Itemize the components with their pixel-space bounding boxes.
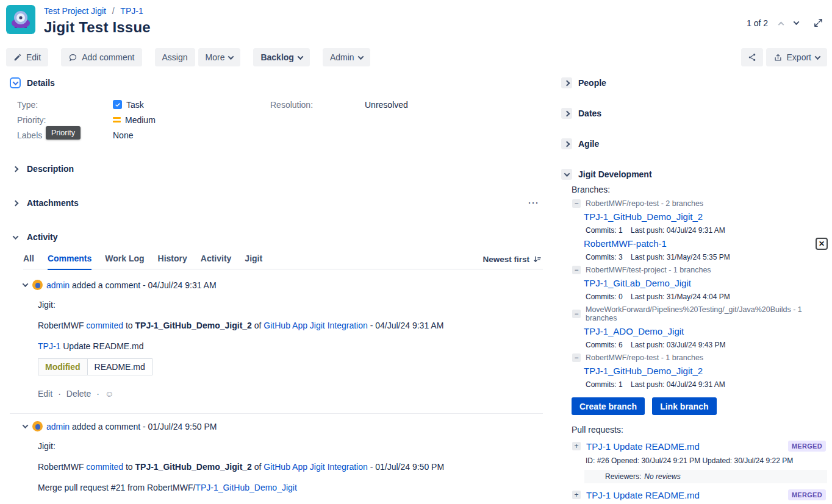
commit-repo-link[interactable]: GitHub App Jigit Integration: [264, 462, 367, 472]
activity-collapse-button[interactable]: [10, 232, 21, 243]
tab-work-log[interactable]: Work Log: [105, 254, 144, 269]
breadcrumb-separator: /: [112, 6, 115, 16]
chevron-down-icon: [23, 422, 29, 428]
repo-group-header: − RobertMWF/repo-test - 2 branches: [572, 199, 827, 208]
branch-meta: Commits: 3 Last push: 31/May/24 5:35 PM: [586, 253, 827, 261]
commit-repo-link[interactable]: GitHub App Jigit Integration: [264, 321, 367, 330]
more-button-label: More: [206, 52, 225, 62]
details-fields: Type: Task Priority: Medium: [10, 97, 543, 143]
dates-expand-button[interactable]: [561, 108, 572, 119]
merge-line: Merge pull request #21 from RobertMWF/TP…: [38, 481, 543, 494]
chevron-right-icon: [564, 141, 570, 147]
pager-next-button[interactable]: [794, 21, 798, 25]
sort-order-button[interactable]: Newest first: [482, 255, 542, 269]
branch-link[interactable]: TPJ-1_GitHub_Demo_Jigit_2: [584, 211, 827, 222]
attachments-more-options-button[interactable]: ⋯: [528, 196, 539, 210]
comment-collapse-button[interactable]: [23, 424, 27, 428]
more-button[interactable]: More: [198, 48, 241, 66]
branch-last-push: Last push: 04/Jul/24 9:31 AM: [631, 226, 725, 235]
branch-buttons: Create branch Link branch: [572, 397, 827, 415]
add-comment-button-label: Add comment: [82, 52, 134, 62]
branch-link[interactable]: RobertMWF-patch-1: [584, 238, 827, 249]
link-branch-button[interactable]: Link branch: [652, 397, 716, 415]
priority-value: Medium: [113, 115, 156, 125]
tab-comments[interactable]: Comments: [48, 254, 91, 270]
issue-key-link[interactable]: TPJ-1: [38, 341, 60, 351]
branch-link[interactable]: TPJ-1_ADO_Demo_Jigit: [584, 326, 827, 336]
breadcrumb-issue-key-link[interactable]: TPJ-1: [120, 6, 143, 16]
toolbar: Edit Add comment Assign More Backlog Adm…: [0, 36, 832, 66]
status-dropdown-button[interactable]: Backlog: [253, 48, 309, 66]
repo-group-label: MoveWorkForward/Pipelines%20Testing/_git…: [586, 305, 827, 322]
collapse-minus-button[interactable]: −: [572, 353, 581, 362]
comment-item: admin added a comment - 01/Jul/24 9:50 P…: [10, 414, 543, 504]
collapse-minus-button[interactable]: −: [572, 310, 581, 318]
collapse-minus-button[interactable]: −: [572, 199, 581, 208]
agile-expand-button[interactable]: [561, 138, 572, 149]
comment-edit-button[interactable]: Edit: [38, 389, 52, 399]
pull-request-link[interactable]: TPJ-1 Update README.md: [586, 490, 700, 500]
edit-button-label: Edit: [26, 52, 41, 62]
comment-collapse-button[interactable]: [23, 283, 27, 287]
minus-icon: −: [574, 266, 578, 274]
tab-jigit[interactable]: Jigit: [245, 254, 262, 269]
comment-header-text: admin added a comment - 01/Jul/24 9:50 P…: [46, 422, 217, 431]
branch-link[interactable]: TPJ-1_GitHub_Demo_Jigit_2: [584, 366, 827, 376]
people-section-header: People: [561, 77, 827, 88]
close-panel-button[interactable]: ✕: [816, 238, 828, 250]
merge-branch-link[interactable]: TPJ-1_GitHub_Demo_Jigit: [195, 483, 297, 492]
branch-last-push: Last push: 31/May/24 5:35 PM: [631, 253, 730, 261]
separator-dot: ·: [58, 389, 61, 399]
expand-button[interactable]: [813, 18, 823, 28]
expand-plus-button[interactable]: +: [572, 491, 581, 499]
commit-link[interactable]: commited: [86, 321, 123, 330]
jira-issue-page: Test Project Jigit / TPJ-1 Jigit Test Is…: [0, 0, 832, 504]
details-collapse-button[interactable]: [10, 77, 21, 88]
expand-plus-button[interactable]: +: [572, 442, 581, 450]
admin-dropdown-button[interactable]: Admin: [323, 48, 370, 66]
description-expand-button[interactable]: [10, 163, 21, 174]
branch-meta: Commits: 1 Last push: 04/Jul/24 9:31 AM: [586, 380, 827, 389]
issue-left-column: Details Type: Task Priority:: [10, 77, 543, 504]
export-button[interactable]: Export: [766, 48, 827, 66]
commit-of-text: of: [252, 321, 264, 330]
comment-meta: added a comment - 01/Jul/24 9:50 PM: [70, 422, 217, 431]
table-row: Modified README.md: [38, 359, 152, 375]
commit-link[interactable]: commited: [86, 462, 123, 472]
comment-delete-button[interactable]: Delete: [66, 389, 91, 399]
tab-all[interactable]: All: [23, 254, 34, 269]
breadcrumb-project-link[interactable]: Test Project Jigit: [44, 6, 106, 16]
edit-button[interactable]: Edit: [6, 48, 48, 66]
add-comment-button[interactable]: Add comment: [61, 48, 142, 66]
people-heading: People: [578, 78, 606, 88]
branch-commits: Commits: 6: [586, 341, 623, 349]
collapse-minus-button[interactable]: −: [572, 266, 581, 274]
commit-to-text: to: [123, 462, 135, 472]
comment-body: Jigit: RobertMWF commited to TPJ-1_GitHu…: [38, 440, 543, 504]
status-badge: MERGED: [788, 441, 826, 452]
type-field: Type: Task: [17, 97, 270, 112]
breadcrumb-title-stack: Test Project Jigit / TPJ-1 Jigit Test Is…: [44, 5, 151, 36]
share-button[interactable]: [741, 48, 763, 66]
comment-author-link[interactable]: admin: [46, 422, 70, 431]
reviewers-label: Reviewers:: [605, 472, 641, 481]
add-reaction-button[interactable]: ☺: [105, 389, 113, 399]
tab-history[interactable]: History: [158, 254, 187, 269]
people-expand-button[interactable]: [561, 77, 572, 88]
assign-button[interactable]: Assign: [155, 48, 195, 66]
branch-link[interactable]: TPJ-1_GitLab_Demo_Jigit: [584, 278, 827, 288]
jigit-development-collapse-button[interactable]: [561, 169, 572, 180]
branch-commits: Commits: 1: [586, 380, 623, 389]
tab-activity[interactable]: Activity: [201, 254, 232, 269]
comment-author-link[interactable]: admin: [46, 280, 70, 290]
issue-header-left: Test Project Jigit / TPJ-1 Jigit Test Is…: [6, 5, 151, 36]
chevron-down-icon: [12, 79, 18, 85]
resolution-value-text: Unresolved: [365, 100, 408, 110]
pager-previous-button[interactable]: [779, 21, 783, 25]
pull-request-row: + TPJ-1 Update README.md MERGED: [572, 489, 827, 500]
branch-meta: Commits: 6 Last push: 03/Jul/24 9:43 PM: [586, 341, 827, 349]
attachments-expand-button[interactable]: [10, 197, 21, 208]
create-branch-button[interactable]: Create branch: [572, 397, 645, 415]
pull-request-link[interactable]: TPJ-1 Update README.md: [586, 441, 700, 452]
jigit-development-body: Branches: − RobertMWF/repo-test - 2 bran…: [561, 185, 827, 504]
